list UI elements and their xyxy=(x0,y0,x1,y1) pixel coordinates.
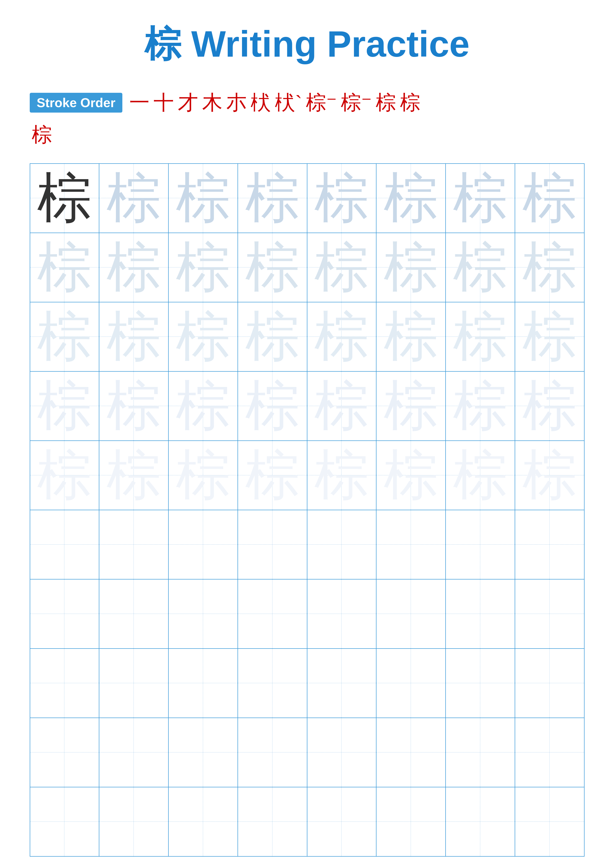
practice-cell[interactable]: 棕 xyxy=(99,302,168,371)
char-light-5: 棕 xyxy=(522,445,577,505)
practice-cell[interactable]: 棕 xyxy=(515,164,584,233)
char-light-2: 棕 xyxy=(384,237,438,298)
char-light-2: 棕 xyxy=(522,237,577,298)
char-light-1: 棕 xyxy=(522,168,577,228)
practice-cell[interactable]: 棕 xyxy=(99,441,168,510)
practice-cell[interactable]: 棕 xyxy=(30,441,99,510)
stroke-order-badge: Stroke Order xyxy=(30,93,122,113)
practice-cell-empty[interactable] xyxy=(238,648,307,718)
char-light-1: 棕 xyxy=(245,168,300,228)
practice-cell[interactable]: 棕 xyxy=(376,371,446,441)
practice-cell[interactable]: 棕 xyxy=(307,441,376,510)
practice-cell-empty[interactable] xyxy=(30,787,99,856)
practice-cell[interactable]: 棕 xyxy=(168,164,238,233)
practice-cell[interactable]: 棕 xyxy=(515,441,584,510)
practice-cell[interactable]: 棕 xyxy=(376,233,446,302)
practice-cell[interactable]: 棕 xyxy=(307,302,376,371)
practice-cell[interactable]: 棕 xyxy=(515,233,584,302)
practice-cell-empty[interactable] xyxy=(515,648,584,718)
practice-cell-empty[interactable] xyxy=(307,718,376,787)
practice-cell-empty[interactable] xyxy=(238,718,307,787)
practice-cell-empty[interactable] xyxy=(238,787,307,856)
practice-cell-empty[interactable] xyxy=(168,510,238,579)
practice-cell[interactable]: 棕 xyxy=(515,371,584,441)
practice-cell[interactable]: 棕 xyxy=(238,371,307,441)
stroke-char-8: 棕⁻ xyxy=(306,89,337,116)
practice-cell-empty[interactable] xyxy=(446,648,515,718)
practice-cell[interactable]: 棕 xyxy=(30,233,99,302)
practice-cell-empty[interactable] xyxy=(307,787,376,856)
practice-cell[interactable]: 棕 xyxy=(238,441,307,510)
practice-cell-empty[interactable] xyxy=(307,510,376,579)
practice-cell-empty[interactable] xyxy=(515,718,584,787)
practice-cell-empty[interactable] xyxy=(30,579,99,648)
practice-cell[interactable]: 棕 xyxy=(376,441,446,510)
char-light-5: 棕 xyxy=(384,445,438,505)
practice-cell[interactable]: 棕 xyxy=(30,302,99,371)
title-text: Writing Practice xyxy=(181,23,469,64)
practice-cell[interactable]: 棕 xyxy=(307,164,376,233)
practice-cell[interactable]: 棕 xyxy=(99,164,168,233)
practice-cell[interactable]: 棕 xyxy=(168,302,238,371)
practice-cell[interactable]: 棕 xyxy=(168,233,238,302)
practice-cell-empty[interactable] xyxy=(376,718,446,787)
practice-cell-empty[interactable] xyxy=(515,510,584,579)
practice-cell-empty[interactable] xyxy=(307,579,376,648)
table-row: 棕 棕 棕 棕 棕 棕 棕 棕 xyxy=(30,371,584,441)
practice-cell-empty[interactable] xyxy=(168,787,238,856)
practice-cell-empty[interactable] xyxy=(446,787,515,856)
practice-cell-empty[interactable] xyxy=(376,787,446,856)
char-light-4: 棕 xyxy=(176,376,230,436)
practice-cell-empty[interactable] xyxy=(307,648,376,718)
practice-cell-empty[interactable] xyxy=(168,579,238,648)
practice-cell[interactable]: 棕 xyxy=(446,233,515,302)
practice-cell-empty[interactable] xyxy=(99,579,168,648)
char-light-1: 棕 xyxy=(314,168,369,228)
practice-cell[interactable]: 棕 xyxy=(168,371,238,441)
char-light-2: 棕 xyxy=(37,237,92,298)
practice-cell[interactable]: 棕 xyxy=(168,441,238,510)
practice-cell-empty[interactable] xyxy=(515,579,584,648)
practice-cell[interactable]: 棕 xyxy=(30,164,99,233)
practice-cell[interactable]: 棕 xyxy=(238,302,307,371)
practice-cell[interactable]: 棕 xyxy=(446,371,515,441)
char-light-4: 棕 xyxy=(453,376,507,436)
practice-cell[interactable]: 棕 xyxy=(99,233,168,302)
practice-cell[interactable]: 棕 xyxy=(238,164,307,233)
stroke-char-final: 棕 xyxy=(32,124,52,146)
practice-cell[interactable]: 棕 xyxy=(238,233,307,302)
practice-cell[interactable]: 棕 xyxy=(376,302,446,371)
practice-cell-empty[interactable] xyxy=(99,787,168,856)
practice-cell[interactable]: 棕 xyxy=(446,302,515,371)
practice-cell[interactable]: 棕 xyxy=(376,164,446,233)
practice-cell-empty[interactable] xyxy=(30,510,99,579)
table-row: 棕 棕 棕 棕 棕 棕 棕 棕 xyxy=(30,233,584,302)
practice-cell-empty[interactable] xyxy=(446,579,515,648)
practice-cell[interactable]: 棕 xyxy=(446,441,515,510)
char-light-4: 棕 xyxy=(245,376,300,436)
practice-cell[interactable]: 棕 xyxy=(307,371,376,441)
practice-cell[interactable]: 棕 xyxy=(30,371,99,441)
practice-cell-empty[interactable] xyxy=(99,648,168,718)
practice-cell[interactable]: 棕 xyxy=(446,164,515,233)
practice-cell[interactable]: 棕 xyxy=(307,233,376,302)
practice-cell-empty[interactable] xyxy=(30,718,99,787)
practice-cell-empty[interactable] xyxy=(238,579,307,648)
practice-cell-empty[interactable] xyxy=(238,510,307,579)
practice-cell-empty[interactable] xyxy=(99,510,168,579)
char-light-5: 棕 xyxy=(314,445,369,505)
practice-cell-empty[interactable] xyxy=(168,718,238,787)
practice-cell-empty[interactable] xyxy=(30,648,99,718)
char-light-2: 棕 xyxy=(107,237,161,298)
practice-cell-empty[interactable] xyxy=(446,718,515,787)
practice-cell-empty[interactable] xyxy=(376,648,446,718)
practice-cell-empty[interactable] xyxy=(446,510,515,579)
practice-cell[interactable]: 棕 xyxy=(99,371,168,441)
practice-cell[interactable]: 棕 xyxy=(515,302,584,371)
practice-cell-empty[interactable] xyxy=(376,579,446,648)
practice-cell-empty[interactable] xyxy=(168,648,238,718)
practice-cell-empty[interactable] xyxy=(99,718,168,787)
practice-grid: 棕 棕 棕 棕 棕 棕 棕 棕 棕 棕 棕 棕 棕 棕 棕 棕 xyxy=(30,163,584,857)
practice-cell-empty[interactable] xyxy=(515,787,584,856)
practice-cell-empty[interactable] xyxy=(376,510,446,579)
